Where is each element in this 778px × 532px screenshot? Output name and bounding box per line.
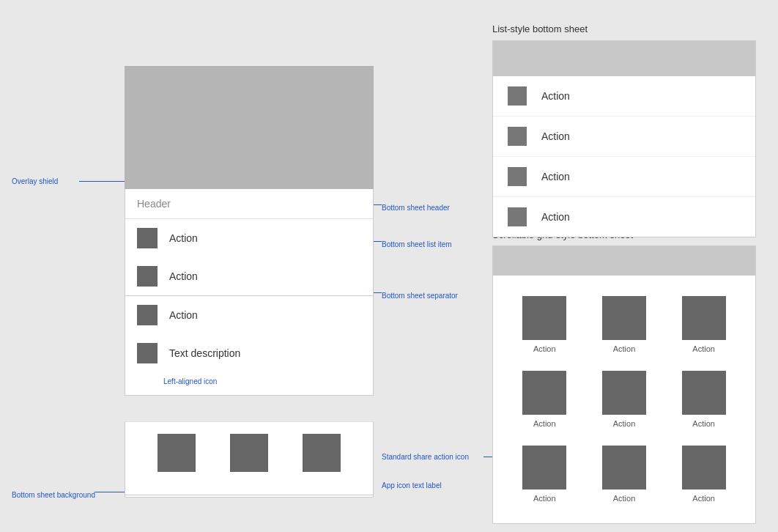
grid-cell-2-2[interactable]: Action	[585, 362, 664, 437]
grid-sheet-grid: Action Action Action Action Action Actio…	[493, 276, 755, 523]
grid-cell-label-3-1: Action	[533, 494, 556, 503]
bottom-sheet-background-annotation: Bottom sheet background	[12, 491, 95, 499]
main-sheet-panel: Header Action Action Action Text descrip…	[125, 189, 374, 396]
sheet-header: Header	[125, 189, 373, 219]
grid-cell-icon-2-3	[682, 371, 726, 415]
list-sheet-icon-1	[508, 86, 527, 106]
list-item-3[interactable]: Action	[125, 296, 373, 334]
grid-cell-label-2-2: Action	[613, 419, 636, 428]
main-grid-icon-3	[303, 434, 341, 472]
grid-cell-label-3-3: Action	[692, 494, 715, 503]
grid-cell-label-1-2: Action	[613, 344, 636, 353]
grid-cell-icon-3-2	[602, 446, 646, 489]
grid-cell-label-1-3: Action	[692, 344, 715, 353]
list-sheet-icon-3	[508, 167, 527, 186]
grid-style-sheet: Action Action Action Action Action Actio…	[492, 245, 756, 524]
grid-cell-2-1[interactable]: Action	[505, 362, 585, 437]
left-aligned-icon-label: Left-aligned icon	[125, 372, 373, 395]
grid-cell-label-1-1: Action	[533, 344, 556, 353]
grid-cell-icon-3-1	[522, 446, 566, 489]
list-sheet-item-2[interactable]: Action	[493, 117, 755, 157]
list-sheet-icon-2	[508, 127, 527, 146]
bottom-sheet-header-annotation: Bottom sheet header	[382, 204, 450, 212]
list-style-sheet: Action Action Action Action	[492, 40, 756, 237]
bottom-sheet-list-item-annotation: Bottom sheet list item	[382, 240, 452, 248]
list-item-label-2: Action	[169, 270, 198, 282]
bottom-sheet-separator-annotation: Bottom sheet separator	[382, 292, 458, 300]
list-sheet-item-3[interactable]: Action	[493, 157, 755, 197]
overlay-shield-line	[79, 181, 125, 182]
main-grid-icon-2	[230, 434, 268, 472]
list-sheet-item-4[interactable]: Action	[493, 197, 755, 237]
list-sheet-label-2: Action	[541, 130, 570, 142]
standard-share-action-line	[484, 457, 492, 457]
grid-cell-icon-1-2	[602, 296, 646, 340]
overlay-shield-annotation: Overlay shield	[12, 177, 58, 185]
standard-share-action-icon-annotation: Standard share action icon	[382, 453, 469, 461]
grid-cell-1-3[interactable]: Action	[664, 287, 744, 362]
grid-cell-label-3-2: Action	[613, 494, 636, 503]
grid-cell-icon-3-3	[682, 446, 726, 489]
grid-cell-2-3[interactable]: Action	[664, 362, 744, 437]
grid-cell-label-2-1: Action	[533, 419, 556, 428]
list-sheet-item-1[interactable]: Action	[493, 76, 755, 117]
bottom-sheet-background-line	[95, 492, 125, 492]
list-sheet-title: List-style bottom sheet	[492, 23, 588, 34]
grid-cell-icon-1-1	[522, 296, 566, 340]
list-sheet-header-bar	[493, 41, 755, 76]
app-icon-text-label-annotation: App icon text label	[382, 481, 442, 489]
list-sheet-label-3: Action	[541, 171, 570, 182]
list-sheet-icon-4	[508, 207, 527, 226]
grid-cell-3-2[interactable]: Action	[585, 437, 664, 511]
bottom-sheet-separator-line	[374, 292, 382, 293]
list-item-2[interactable]: Action	[125, 257, 373, 295]
list-sheet-label-4: Action	[541, 211, 570, 223]
bottom-sheet-background	[125, 476, 374, 495]
grid-cell-icon-2-1	[522, 371, 566, 415]
grid-cell-icon-2-2	[602, 371, 646, 415]
list-item-4[interactable]: Text description	[125, 334, 373, 372]
list-sheet-label-1: Action	[541, 90, 570, 102]
grid-cell-label-2-3: Action	[692, 419, 715, 428]
grid-cell-1-2[interactable]: Action	[585, 287, 664, 362]
list-item-label-3: Action	[169, 309, 198, 321]
bottom-sheet-header-line	[374, 204, 382, 205]
grid-cell-1-1[interactable]: Action	[505, 287, 585, 362]
overlay-shield	[125, 66, 374, 189]
list-item-icon-4	[137, 343, 158, 363]
list-item-icon-2	[137, 266, 158, 287]
main-grid-icon-1	[158, 434, 196, 472]
grid-cell-3-3[interactable]: Action	[664, 437, 744, 511]
list-item-label-4: Text description	[169, 347, 240, 359]
grid-sheet-header-bar	[493, 246, 755, 276]
list-item-icon-1	[137, 228, 158, 248]
list-item-icon-3	[137, 305, 158, 325]
bottom-sheet-list-item-line	[374, 241, 382, 242]
grid-cell-icon-1-3	[682, 296, 726, 340]
list-item-label-1: Action	[169, 232, 198, 244]
grid-cell-3-1[interactable]: Action	[505, 437, 585, 511]
list-item-1[interactable]: Action	[125, 219, 373, 257]
